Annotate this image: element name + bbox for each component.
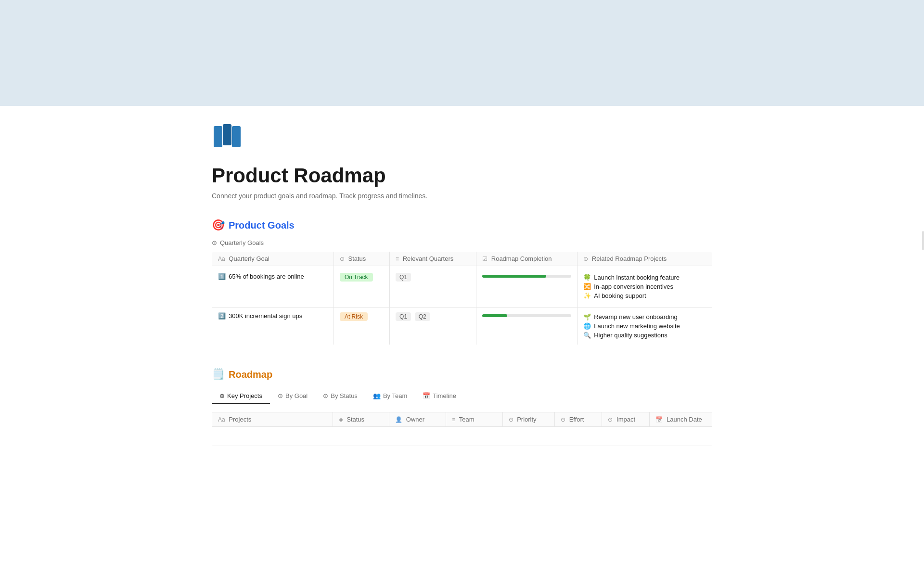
col-icon-quarterly-goal: Aa	[218, 256, 225, 262]
col-label-impact: Impact	[616, 416, 635, 423]
related-project-1a: 🍀 Launch instant booking feature	[583, 273, 706, 282]
related-project-2b: 🌐 Launch new marketing website	[583, 321, 706, 331]
related-name-2a: Revamp new user onboarding	[594, 313, 677, 321]
quarterly-goals-table: Aa Quarterly Goal ⊙ Status ≡ Relevant Qu…	[212, 251, 712, 345]
col-label-completion: Roadmap Completion	[491, 255, 552, 262]
roadmap-tabs-bar: ⊕ Key Projects ⊙ By Goal ⊙ By Status 👥 B…	[212, 388, 712, 404]
related-project-2c: 🔍 Higher quality suggestions	[583, 331, 706, 340]
related-emoji-1c: ✨	[583, 292, 591, 299]
tab-label-by-team: By Team	[383, 392, 407, 399]
status-cell-2: At Risk	[334, 308, 389, 345]
goal-emoji-1: 1️⃣	[218, 273, 226, 280]
col-owner: 👤 Owner	[389, 412, 446, 427]
tab-label-by-status: By Status	[331, 392, 358, 399]
tab-key-projects[interactable]: ⊕ Key Projects	[212, 388, 270, 404]
related-name-1a: Launch instant booking feature	[594, 274, 680, 281]
quarter-tag-q1: Q1	[396, 273, 411, 282]
tab-by-goal[interactable]: ⊙ By Goal	[270, 388, 315, 404]
col-icon-projects: Aa	[218, 416, 225, 423]
related-name-2b: Launch new marketing website	[594, 322, 680, 330]
tab-icon-by-status: ⊙	[323, 392, 328, 399]
product-goals-heading: 🎯 Product Goals	[212, 219, 712, 231]
col-icon-priority: ⊙	[509, 416, 513, 423]
tab-by-team[interactable]: 👥 By Team	[365, 388, 415, 404]
tab-label-key-projects: Key Projects	[227, 392, 262, 399]
col-priority: ⊙ Priority	[502, 412, 554, 427]
goal-text-1: 65% of bookings are online	[229, 273, 304, 280]
progress-bar-fill-1	[482, 275, 546, 278]
related-project-1c: ✨ AI booking support	[583, 291, 706, 300]
col-icon-owner: 👤	[395, 416, 402, 423]
tab-timeline[interactable]: 📅 Timeline	[415, 388, 464, 404]
table-row: 1️⃣ 65% of bookings are online On Track …	[212, 266, 712, 308]
svg-rect-2	[232, 126, 241, 147]
progress-cell-2	[476, 308, 578, 345]
related-emoji-1b: 🔀	[583, 283, 591, 290]
col-label-quarters: Relevant Quarters	[403, 255, 454, 262]
progress-bar-container-2	[482, 314, 571, 317]
empty-row-cell	[212, 427, 712, 446]
goal-name-cell-2: 2️⃣ 300K incremental sign ups	[212, 308, 334, 345]
col-label-quarterly-goal: Quarterly Goal	[229, 255, 270, 262]
product-goals-title: Product Goals	[229, 220, 295, 231]
col-effort: ⊙ Effort	[555, 412, 602, 427]
col-status: ⊙ Status	[334, 252, 389, 266]
col-icon-effort: ⊙	[561, 416, 565, 423]
db-label-text: Quarterly Goals	[220, 239, 264, 246]
col-icon-impact: ⊙	[608, 416, 613, 423]
tab-label-by-goal: By Goal	[285, 392, 308, 399]
related-name-1c: AI booking support	[594, 292, 646, 299]
col-icon-roadmap-status: ◈	[339, 416, 343, 423]
col-related-projects: ⊙ Related Roadmap Projects	[578, 252, 712, 266]
quarterly-goals-db-label: ⊙ Quarterly Goals	[212, 239, 712, 246]
col-label-roadmap-status: Status	[346, 416, 364, 423]
related-projects-cell-2: 🌱 Revamp new user onboarding 🌐 Launch ne…	[578, 308, 712, 345]
tab-icon-timeline: 📅	[423, 392, 430, 399]
status-badge-on-track: On Track	[340, 273, 373, 282]
goal-name-2: 2️⃣ 300K incremental sign ups	[218, 312, 328, 320]
col-icon-related: ⊙	[583, 256, 588, 262]
related-emoji-2c: 🔍	[583, 332, 591, 339]
tab-icon-by-team: 👥	[373, 392, 381, 399]
status-cell-1: On Track	[334, 266, 389, 308]
goal-name-cell: 1️⃣ 65% of bookings are online	[212, 266, 334, 308]
tab-by-status[interactable]: ⊙ By Status	[315, 388, 365, 404]
roadmap-section: 🗒️ Roadmap ⊕ Key Projects ⊙ By Goal ⊙ By…	[212, 368, 712, 446]
table-header-row: Aa Quarterly Goal ⊙ Status ≡ Relevant Qu…	[212, 252, 712, 266]
related-project-1b: 🔀 In-app conversion incentives	[583, 282, 706, 291]
col-label-effort: Effort	[569, 416, 584, 423]
hero-banner	[0, 0, 924, 106]
col-roadmap-completion: ☑ Roadmap Completion	[476, 252, 578, 266]
related-emoji-2a: 🌱	[583, 313, 591, 321]
col-label-status: Status	[348, 255, 366, 262]
tab-icon-by-goal: ⊙	[278, 392, 283, 399]
col-label-related: Related Roadmap Projects	[592, 255, 667, 262]
scrollbar[interactable]	[922, 231, 924, 250]
quarter-tag-q1b: Q1	[396, 312, 411, 321]
table-row: 2️⃣ 300K incremental sign ups At Risk Q1…	[212, 308, 712, 345]
svg-rect-0	[214, 126, 222, 147]
col-icon-status: ⊙	[340, 256, 345, 262]
col-projects: Aa Projects	[212, 412, 333, 427]
goal-emoji-2: 2️⃣	[218, 312, 226, 320]
col-launch-date: 📅 Launch Date	[650, 412, 712, 427]
col-icon-team: ≡	[452, 416, 455, 423]
col-label-launch-date: Launch Date	[667, 416, 702, 423]
col-relevant-quarters: ≡ Relevant Quarters	[390, 252, 476, 266]
progress-bar-container-1	[482, 275, 571, 278]
page-title: Product Roadmap	[212, 164, 712, 187]
col-roadmap-status: ◈ Status	[333, 412, 389, 427]
col-label-priority: Priority	[517, 416, 536, 423]
status-badge-at-risk: At Risk	[340, 312, 368, 321]
col-label-team: Team	[459, 416, 475, 423]
col-label-owner: Owner	[406, 416, 424, 423]
roadmap-heading: 🗒️ Roadmap	[212, 368, 712, 381]
related-projects-cell-1: 🍀 Launch instant booking feature 🔀 In-ap…	[578, 266, 712, 308]
quarters-cell-1: Q1	[390, 266, 476, 308]
roadmap-title: Roadmap	[229, 369, 272, 380]
related-emoji-1a: 🍀	[583, 274, 591, 281]
progress-bar-fill-2	[482, 314, 507, 317]
related-name-2c: Higher quality suggestions	[594, 332, 667, 339]
col-icon-quarters: ≡	[396, 256, 399, 262]
tab-icon-key-projects: ⊕	[219, 392, 225, 399]
